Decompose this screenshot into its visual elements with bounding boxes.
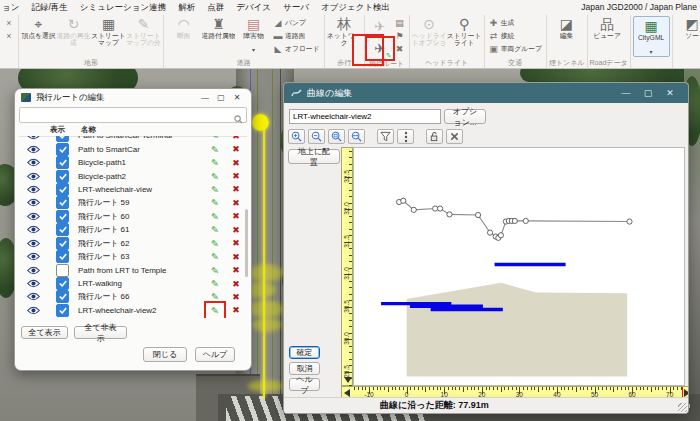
- edit-route-icon[interactable]: ✎: [208, 157, 222, 168]
- scroll-right-arrow[interactable]: [684, 389, 689, 397]
- network[interactable]: 林ネットワーク: [327, 16, 362, 48]
- road-data-viewer[interactable]: 品ビューア: [590, 16, 625, 48]
- edit-route-icon[interactable]: ✎: [208, 305, 222, 316]
- visibility-eye-icon[interactable]: [27, 136, 41, 140]
- road-accessories[interactable]: ♜道路付属物: [201, 16, 236, 48]
- show-checkbox[interactable]: [56, 290, 69, 303]
- show-checkbox[interactable]: [56, 170, 69, 183]
- regenerate-road[interactable]: ↻道路の再生成: [56, 16, 91, 48]
- visibility-eye-icon[interactable]: [27, 198, 41, 207]
- help-button[interactable]: ヘルプ: [195, 347, 235, 362]
- delete-route-icon[interactable]: ✖: [229, 252, 243, 262]
- delete-route-icon[interactable]: ✖: [229, 158, 243, 168]
- menu-tab-7[interactable]: オブジェクト検出: [315, 2, 396, 14]
- delete-route-icon[interactable]: ✖: [229, 279, 243, 289]
- delete-flight-route[interactable]: ✖: [393, 42, 407, 55]
- citygml[interactable]: ▦CityGML▾: [633, 16, 670, 57]
- street-light[interactable]: ⚲ストリートライト: [447, 16, 482, 48]
- show-checkbox[interactable]: [56, 136, 69, 142]
- visibility-eye-icon[interactable]: [27, 239, 41, 248]
- road-surface[interactable]: ▬道路面: [271, 29, 322, 42]
- visibility-eye-icon[interactable]: [27, 212, 41, 221]
- delete-route-icon[interactable]: ✖: [229, 265, 243, 275]
- edit-route-icon[interactable]: ✎: [208, 144, 222, 155]
- route-row[interactable]: 飛行ルート 62✎✖: [19, 237, 243, 250]
- minimize-button[interactable]: —: [197, 93, 213, 102]
- visibility-eye-icon[interactable]: [27, 306, 41, 315]
- route-row[interactable]: 飛行ルート 63✎✖: [19, 250, 243, 263]
- visibility-eye-icon[interactable]: [27, 292, 41, 301]
- show-all-button[interactable]: 全て表示: [21, 326, 68, 339]
- route-row[interactable]: LRT-wheelchair-view2✎✖: [19, 304, 243, 317]
- delete-route-icon[interactable]: ✖: [229, 198, 243, 208]
- visibility-eye-icon[interactable]: [27, 225, 41, 234]
- split-street-map[interactable]: ✎ストリートマップの分割: [126, 16, 161, 48]
- control-point[interactable]: [447, 212, 452, 217]
- scroll-left-arrow[interactable]: [344, 389, 350, 397]
- clipped-tool-1[interactable]: ×: [2, 16, 16, 29]
- control-point[interactable]: [487, 230, 492, 235]
- zoom-fit-button[interactable]: [348, 129, 365, 144]
- edit-route-icon[interactable]: ✎: [208, 291, 222, 302]
- obstacle-dropdown-icon[interactable]: ▾: [252, 48, 255, 53]
- delete-route-icon[interactable]: ✖: [229, 238, 243, 248]
- vehicle-group[interactable]: ▣車両グループ: [487, 42, 544, 55]
- resize-grip[interactable]: [678, 403, 687, 412]
- place-on-ground-button[interactable]: 地上に配置: [288, 149, 340, 164]
- cross-section[interactable]: ◠断面: [166, 16, 201, 48]
- minimize-button[interactable]: —: [615, 88, 637, 98]
- route-row[interactable]: Path from LRT to Temple✎✖: [19, 263, 243, 276]
- edit-route-icon[interactable]: ✎: [208, 238, 222, 249]
- dialog-title-bar[interactable]: 曲線の編集 — ▢ ✕: [284, 83, 688, 103]
- control-point[interactable]: [433, 206, 438, 211]
- control-point[interactable]: [401, 198, 406, 203]
- show-checkbox[interactable]: [56, 250, 69, 263]
- street-map[interactable]: ▦ストリートマップ: [91, 16, 126, 48]
- visibility-eye-icon[interactable]: [27, 185, 41, 194]
- show-checkbox[interactable]: [56, 304, 69, 317]
- delete-route-icon[interactable]: ✖: [229, 136, 243, 141]
- hide-all-button[interactable]: 全て非表示: [74, 326, 127, 339]
- show-checkbox[interactable]: [56, 223, 69, 236]
- route-row[interactable]: 飛行ルート 61✎✖: [19, 223, 243, 236]
- control-point[interactable]: [411, 207, 416, 212]
- zoom-window-button[interactable]: [328, 129, 345, 144]
- route-row[interactable]: 飛行ルート 66✎✖: [19, 290, 243, 303]
- menu-tab-5[interactable]: デバイス: [230, 2, 277, 14]
- options-button[interactable]: オプション...: [444, 109, 486, 124]
- edit-flight-route[interactable]: ✈✎: [367, 38, 393, 59]
- menu-tab-4[interactable]: 点群: [201, 2, 230, 14]
- show-checkbox[interactable]: [56, 156, 69, 169]
- elevation-profile-plot[interactable]: [353, 147, 685, 386]
- route-row[interactable]: 飛行ルート 60✎✖: [19, 210, 243, 223]
- control-point[interactable]: [437, 206, 442, 211]
- delete-route-icon[interactable]: ✖: [229, 171, 243, 181]
- edit-smoke-tunnel[interactable]: ◪編集: [549, 16, 584, 48]
- obstacle[interactable]: ▤障害物▾: [236, 16, 271, 53]
- zoom-out-button[interactable]: [308, 129, 325, 144]
- connect-traffic[interactable]: ⇄接続: [487, 29, 544, 42]
- confirm-button[interactable]: 確定: [289, 346, 320, 359]
- edit-route-icon[interactable]: ✎: [208, 251, 222, 262]
- control-point[interactable]: [512, 218, 517, 223]
- citygml-dropdown-icon[interactable]: ▾: [650, 50, 653, 55]
- filter-button[interactable]: [377, 129, 394, 144]
- visibility-eye-icon[interactable]: [27, 145, 41, 154]
- slider-button[interactable]: [397, 129, 414, 144]
- show-checkbox[interactable]: [56, 196, 69, 209]
- control-point[interactable]: [498, 233, 503, 238]
- edit-route-icon[interactable]: ✎: [208, 278, 222, 289]
- control-point[interactable]: [475, 212, 480, 217]
- show-checkbox[interactable]: [56, 277, 69, 290]
- edit-route-icon[interactable]: ✎: [208, 184, 222, 195]
- edit-route-icon[interactable]: ✎: [208, 197, 222, 208]
- scroll-down-arrow[interactable]: [344, 377, 352, 383]
- dialog-help-button[interactable]: ヘルプ: [289, 378, 320, 391]
- close-button[interactable]: ✕: [229, 93, 245, 102]
- delete-route-icon[interactable]: ✖: [229, 305, 243, 315]
- visibility-eye-icon[interactable]: [27, 266, 41, 275]
- curve-name-input[interactable]: [289, 109, 441, 124]
- search-input[interactable]: [20, 108, 246, 122]
- visibility-eye-icon[interactable]: [27, 158, 41, 167]
- show-checkbox[interactable]: [56, 264, 69, 277]
